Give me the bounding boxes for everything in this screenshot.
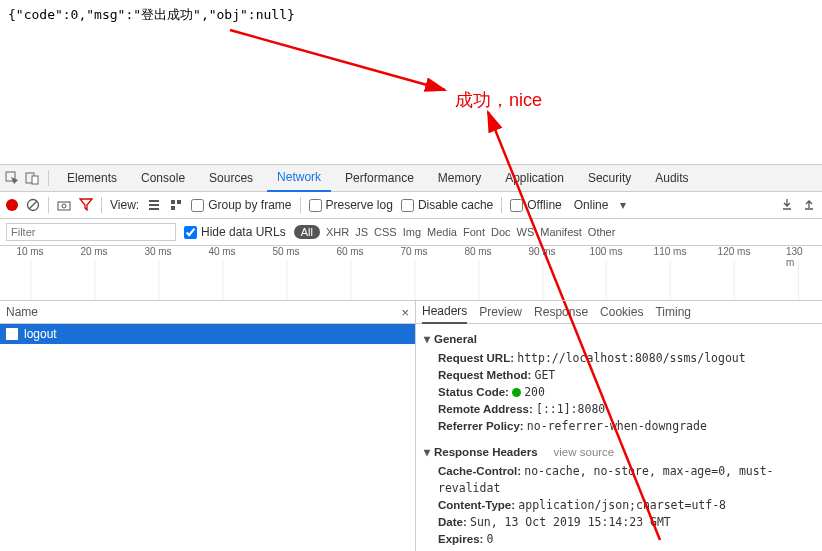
type-filter-css[interactable]: CSS [374,226,397,238]
type-filter: All XHR JS CSS Img Media Font Doc WS Man… [294,225,616,239]
separator [300,197,301,213]
type-filter-font[interactable]: Font [463,226,485,238]
detail-tab-response[interactable]: Response [534,301,588,323]
expires-row: Expires: 0 [438,531,814,548]
tab-application[interactable]: Application [495,165,574,191]
type-filter-other[interactable]: Other [588,226,616,238]
cache-control-row: Cache-Control: no-cache, no-store, max-a… [438,463,814,497]
svg-rect-14 [171,206,175,210]
triangle-down-icon: ▾ [424,332,430,346]
devtools-panel: Elements Console Sources Network Perform… [0,165,822,551]
tab-elements[interactable]: Elements [57,165,127,191]
tab-security[interactable]: Security [578,165,641,191]
response-body-text: {"code":0,"msg":"登出成功","obj":null} [8,7,295,22]
separator [101,197,102,213]
timeline-tick: 40 ms [208,246,235,257]
request-detail: Headers Preview Response Cookies Timing … [416,301,822,551]
separator [48,197,49,213]
annotation-text: 成功，nice [455,88,542,112]
content-type-row: Content-Type: application/json;charset=u… [438,497,814,514]
group-by-frame-checkbox[interactable]: Group by frame [191,198,291,212]
date-row: Date: Sun, 13 Oct 2019 15:14:23 GMT [438,514,814,531]
svg-rect-13 [177,200,181,204]
disable-cache-checkbox[interactable]: Disable cache [401,198,493,212]
record-button[interactable] [6,199,18,211]
detail-tab-cookies[interactable]: Cookies [600,301,643,323]
svg-rect-4 [32,176,38,184]
svg-point-8 [62,204,66,208]
timeline-tick: 50 ms [272,246,299,257]
clear-icon[interactable] [26,198,40,212]
timeline-overview[interactable]: 10 ms 20 ms 30 ms 40 ms 50 ms 60 ms 70 m… [0,246,822,301]
referrer-policy-row: Referrer Policy: no-referrer-when-downgr… [438,418,814,435]
headers-body: ▾ General Request URL: http://localhost:… [416,324,822,551]
tab-sources[interactable]: Sources [199,165,263,191]
type-filter-xhr[interactable]: XHR [326,226,349,238]
view-list-icon[interactable] [147,198,161,212]
svg-line-6 [29,201,37,209]
detail-tab-preview[interactable]: Preview [479,301,522,323]
upload-har-icon[interactable] [802,197,816,214]
chevron-down-icon[interactable]: ▾ [620,198,626,212]
network-split: Name × logout Headers Preview Response C… [0,301,822,551]
network-filterbar: Hide data URLs All XHR JS CSS Img Media … [0,219,822,246]
throttling-select[interactable]: Online [570,198,613,212]
timeline-tick: 90 ms [528,246,555,257]
timeline-tick: 10 ms [16,246,43,257]
devtools-tabbar: Elements Console Sources Network Perform… [0,165,822,192]
annotation-arrow-1 [0,0,822,165]
filter-icon[interactable] [79,197,93,214]
preserve-log-checkbox[interactable]: Preserve log [309,198,393,212]
timeline-tick: 80 ms [464,246,491,257]
response-headers-section-header[interactable]: ▾ Response Headers view source [424,445,814,459]
page-viewport: {"code":0,"msg":"登出成功","obj":null} 成功，ni… [0,0,822,165]
type-filter-all[interactable]: All [294,225,320,239]
detail-tab-timing[interactable]: Timing [655,301,691,323]
download-har-icon[interactable] [780,197,794,214]
type-filter-js[interactable]: JS [355,226,368,238]
request-row[interactable]: logout [0,324,415,344]
type-filter-img[interactable]: Img [403,226,421,238]
view-large-icon[interactable] [169,198,183,212]
tab-audits[interactable]: Audits [645,165,698,191]
device-toggle-icon[interactable] [24,170,40,186]
inspect-icon[interactable] [4,170,20,186]
remote-address-row: Remote Address: [::1]:8080 [438,401,814,418]
timeline-tick: 100 ms [590,246,623,257]
triangle-down-icon: ▾ [424,445,430,459]
status-dot-icon [512,388,521,397]
timeline-tick: 20 ms [80,246,107,257]
svg-rect-7 [58,202,70,210]
tab-performance[interactable]: Performance [335,165,424,191]
svg-line-0 [230,30,445,90]
close-detail-icon[interactable]: × [401,305,409,320]
network-toolbar: View: Group by frame Preserve log Disabl… [0,192,822,219]
view-source-link[interactable]: view source [554,446,615,458]
column-name[interactable]: Name [6,305,38,319]
status-code-row: Status Code: 200 [438,384,814,401]
timeline-tick: 130 m [786,246,810,268]
timeline-tick: 60 ms [336,246,363,257]
request-list-header: Name × [0,301,415,324]
type-filter-manifest[interactable]: Manifest [540,226,582,238]
hide-data-urls-checkbox[interactable]: Hide data URLs [184,225,286,239]
request-list: Name × logout [0,301,416,551]
type-filter-ws[interactable]: WS [517,226,535,238]
type-filter-doc[interactable]: Doc [491,226,511,238]
detail-tab-headers[interactable]: Headers [422,301,467,324]
filter-input[interactable] [6,223,176,241]
tab-network[interactable]: Network [267,164,331,192]
timeline-tick: 120 ms [718,246,751,257]
timeline-tick: 70 ms [400,246,427,257]
general-section-header[interactable]: ▾ General [424,332,814,346]
timeline-tick: 110 ms [654,246,687,257]
type-filter-media[interactable]: Media [427,226,457,238]
request-url-row: Request URL: http://localhost:8080/ssms/… [438,350,814,367]
timeline-tick: 30 ms [144,246,171,257]
tab-memory[interactable]: Memory [428,165,491,191]
tab-console[interactable]: Console [131,165,195,191]
offline-checkbox[interactable]: Offline [510,198,561,212]
screenshot-icon[interactable] [57,198,71,212]
separator [48,170,49,186]
request-name: logout [24,327,57,341]
